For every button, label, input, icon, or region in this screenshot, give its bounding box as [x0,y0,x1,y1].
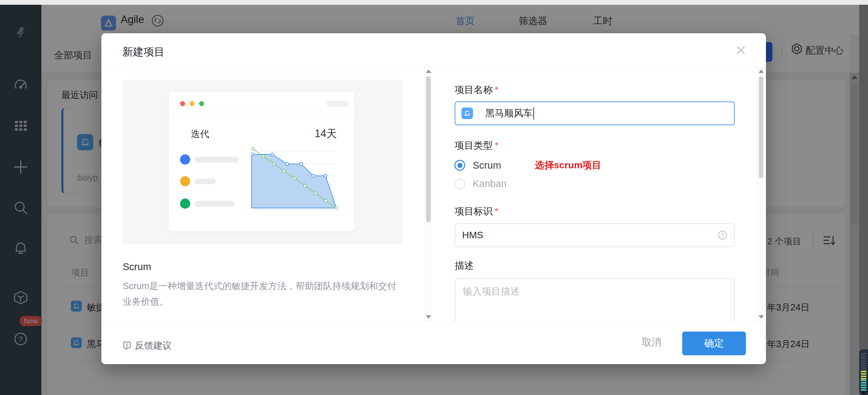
scroll-down-arrow[interactable] [758,315,764,319]
legend-bar [195,178,216,184]
project-type-label: 项目类型* [455,139,498,152]
feedback-icon [122,341,132,350]
description-label: 描述 [455,259,474,272]
app-window: Agile 首页 筛选器 工时 全部项目 配置中心 最近访问 [0,0,868,395]
label-text: 项目标识 [455,206,493,217]
template-name: Scrum [123,261,151,272]
scrollbar-thumb[interactable] [759,76,763,178]
radio-unselected-icon[interactable] [454,178,465,189]
scroll-down-arrow[interactable] [426,315,431,319]
project-key-label: 项目标识* [455,205,498,218]
project-key-value: HMS [462,230,718,241]
browser-dot-red [180,101,185,106]
required-asterisk: * [495,206,498,217]
radio-selected-icon[interactable] [454,160,465,171]
legend-bar [195,157,239,163]
project-name-value: 黑马顺风车 [485,107,533,120]
form-scrollbar[interactable] [757,67,765,321]
burndown-chart [251,147,338,211]
scroll-up-arrow[interactable] [758,70,764,73]
feedback-label: 反馈建议 [135,339,172,352]
modal-footer-divider [101,321,766,322]
legend-dot-blue [180,154,190,165]
description-textarea[interactable]: 输入项目描述 [455,278,735,321]
capture-bars-yellow [861,371,866,380]
scroll-up-arrow[interactable] [426,70,431,73]
sprint-days: 14天 [315,127,337,141]
template-preview-panel[interactable]: 迭代 14天 [122,80,402,244]
legend-dot-green [180,199,190,209]
new-project-modal: 新建项目 迭代 14天 [101,33,766,364]
window-top-strip [0,0,868,5]
capture-bars-dark [861,353,866,371]
radio-option-scrum[interactable]: Scrum 选择scrum项目 [454,159,601,172]
browser-dot-green [199,101,204,106]
description-placeholder: 输入项目描述 [463,286,520,297]
label-text: 项目类型 [455,140,493,151]
template-scrollbar[interactable] [424,67,432,321]
required-asterisk: * [495,140,498,151]
input-divider [478,106,479,121]
label-text: 项目名称 [455,84,493,95]
modal-title: 新建项目 [122,45,164,59]
confirm-button[interactable]: 确定 [682,332,746,355]
modal-header-divider [101,67,766,67]
project-key-input[interactable]: HMS ? [455,223,735,247]
sprint-label: 迭代 [191,128,209,140]
type-hint-annotation: 选择scrum项目 [535,159,601,172]
radio-label: Kanban [473,178,507,189]
text-caret [533,107,534,119]
legend-bar [195,201,235,207]
capture-arrow-down-icon [861,391,867,395]
required-asterisk: * [495,84,498,95]
project-name-label: 项目名称* [455,83,498,96]
browser-divider [169,112,354,112]
cancel-button[interactable]: 取消 [642,336,662,349]
radio-option-kanban[interactable]: Kanban [454,178,507,189]
feedback-link[interactable]: 反馈建议 [122,339,172,352]
browser-pill [327,101,349,107]
svg-text:?: ? [721,232,724,238]
project-icon[interactable] [461,108,473,119]
radio-label: Scrum [473,160,501,171]
project-name-input[interactable]: 黑马顺风车 [455,101,735,125]
template-description: Scrum是一种增量迭代式的敏捷开发方法，帮助团队持续规划和交付业务价值。 [123,278,401,309]
close-icon[interactable] [734,43,748,57]
browser-dot-yellow [190,101,195,106]
template-browser-card: 迭代 14天 [169,92,354,231]
capture-bars-teal [861,380,866,391]
scroll-capture-widget [859,350,868,395]
help-icon[interactable]: ? [718,230,727,240]
legend-dot-yellow [180,176,190,186]
scrollbar-thumb[interactable] [426,76,431,222]
